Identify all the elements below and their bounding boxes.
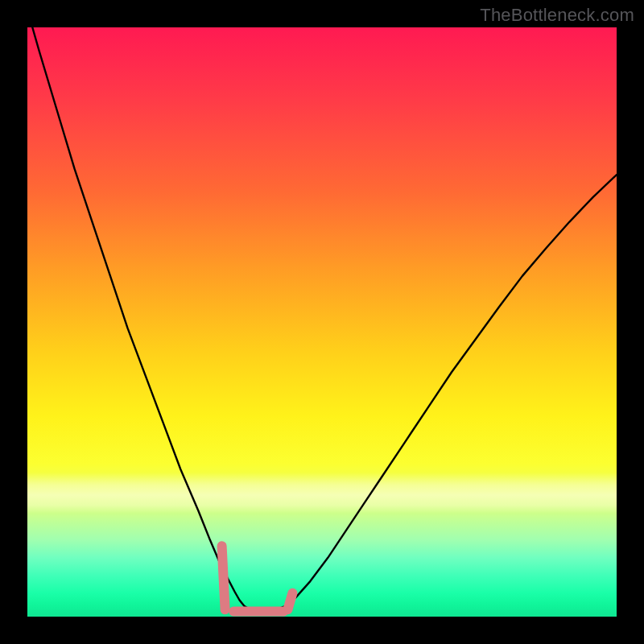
chart-frame: TheBottleneck.com [0, 0, 644, 644]
plot-area [27, 27, 617, 617]
watermark-label: TheBottleneck.com [480, 5, 634, 26]
bottleneck-curve-svg [27, 27, 617, 617]
bottleneck-curve-path [27, 27, 617, 611]
highlight-band [222, 546, 293, 611]
